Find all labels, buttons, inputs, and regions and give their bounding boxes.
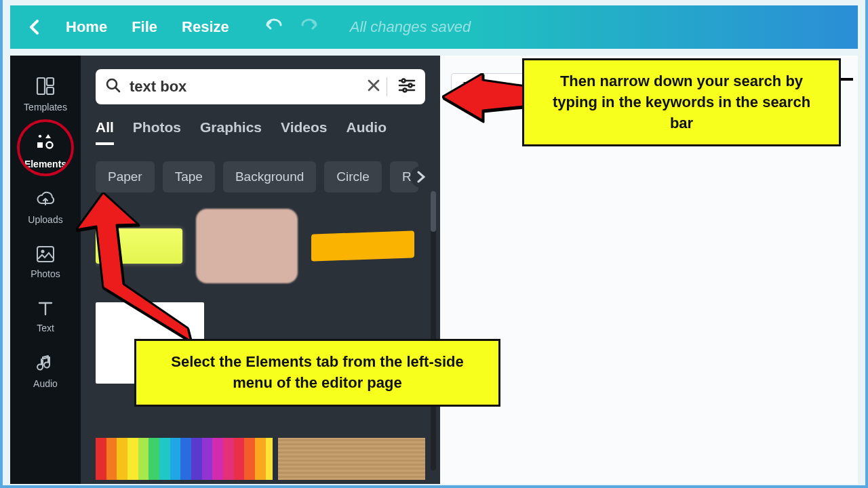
templates-icon (35, 76, 56, 96)
home-button[interactable]: Home (66, 18, 107, 36)
annotation-callout-search: Then narrow down your search by typing i… (522, 58, 841, 146)
sidebar-item-uploads[interactable]: Uploads (10, 180, 81, 236)
tab-graphics[interactable]: Graphics (200, 119, 262, 145)
result-thumbnail[interactable] (278, 438, 425, 480)
chip-background[interactable]: Background (223, 161, 316, 192)
elements-icon (35, 133, 56, 153)
scroll-thumb[interactable] (431, 191, 436, 232)
result-thumbnail[interactable] (311, 230, 414, 261)
sidebar-item-elements[interactable]: Elements (10, 123, 81, 180)
redo-button[interactable] (300, 18, 320, 37)
back-button[interactable] (28, 19, 41, 35)
sidebar-label: Elements (24, 159, 66, 169)
text-icon (37, 300, 54, 317)
filter-icon[interactable] (398, 78, 416, 96)
tab-audio[interactable]: Audio (347, 119, 387, 145)
sidebar-item-audio[interactable]: Audio (10, 344, 81, 400)
chip-paper[interactable]: Paper (96, 161, 155, 192)
side-rail: Templates Elements Uploads Photos Text A… (10, 56, 81, 484)
save-status: All changes saved (350, 18, 471, 36)
svg-point-6 (41, 250, 45, 253)
sidebar-label: Uploads (28, 214, 62, 225)
top-toolbar: Home File Resize All changes saved (10, 5, 858, 49)
annotation-callout-elements: Select the Elements tab from the left-si… (134, 339, 500, 407)
svg-point-8 (402, 79, 406, 83)
svg-point-9 (409, 84, 412, 87)
svg-rect-1 (47, 78, 54, 85)
resize-menu[interactable]: Resize (182, 18, 229, 36)
divider (387, 77, 387, 96)
svg-rect-0 (37, 78, 45, 94)
svg-rect-3 (37, 142, 43, 148)
svg-rect-2 (47, 87, 54, 94)
chip-circle[interactable]: Circle (324, 161, 382, 192)
sidebar-label: Text (37, 323, 54, 333)
undo-button[interactable] (263, 18, 283, 37)
uploads-icon (35, 190, 56, 209)
sidebar-item-text[interactable]: Text (10, 290, 81, 344)
tab-all[interactable]: All (96, 119, 114, 145)
photos-icon (36, 245, 55, 263)
chips-scroll-right[interactable] (410, 166, 432, 188)
result-thumbnail[interactable] (96, 438, 273, 480)
annotation-arrow-icon (76, 192, 191, 344)
tab-videos[interactable]: Videos (281, 119, 327, 145)
search-icon (105, 77, 121, 96)
clear-icon[interactable] (366, 78, 381, 96)
audio-icon (36, 354, 55, 373)
annotation-arrow-icon (442, 73, 530, 130)
tab-photos[interactable]: Photos (133, 119, 181, 145)
chip-tape[interactable]: Tape (163, 161, 215, 192)
sidebar-label: Photos (31, 268, 60, 279)
search-bar[interactable] (96, 69, 425, 104)
search-input[interactable] (130, 78, 359, 96)
result-thumbnail[interactable] (196, 209, 298, 283)
svg-point-4 (47, 142, 53, 148)
chevron-right-icon (416, 171, 426, 183)
file-menu[interactable]: File (132, 18, 157, 36)
sidebar-item-templates[interactable]: Templates (10, 66, 81, 123)
filter-tabs: All Photos Graphics Videos Audio (96, 119, 425, 145)
sidebar-label: Audio (33, 378, 58, 389)
panel-scrollbar[interactable] (431, 191, 436, 470)
sidebar-label: Templates (24, 102, 67, 113)
svg-rect-5 (37, 247, 54, 262)
sidebar-item-photos[interactable]: Photos (10, 236, 81, 290)
cropped-toolbar-fragment (841, 78, 853, 81)
svg-point-10 (403, 89, 407, 92)
suggestion-chips: Paper Tape Background Circle Ri (96, 161, 425, 192)
